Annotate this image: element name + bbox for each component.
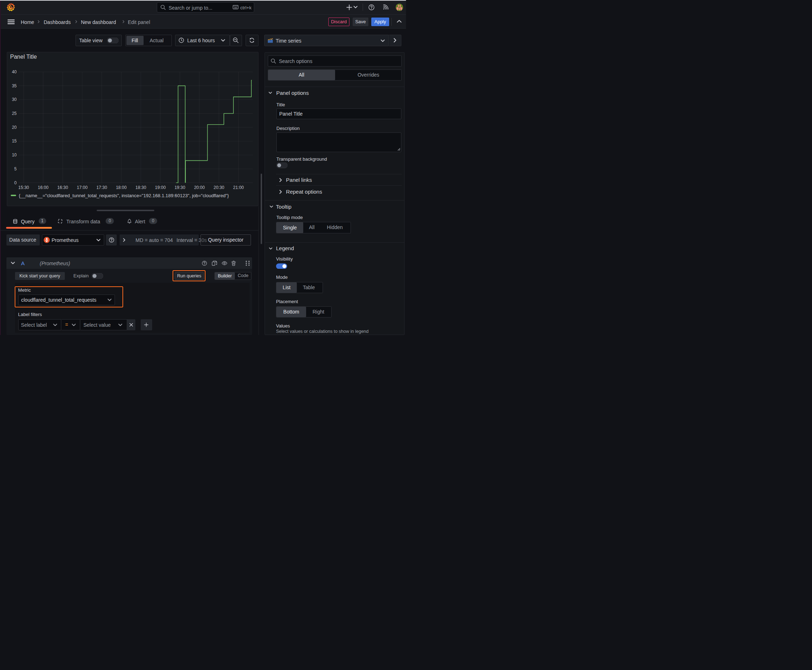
- svg-text:20:30: 20:30: [214, 185, 224, 190]
- svg-text:21:00: 21:00: [233, 185, 244, 190]
- svg-text:16:00: 16:00: [37, 185, 48, 190]
- svg-text:17:30: 17:30: [96, 185, 107, 190]
- svg-text:18:00: 18:00: [116, 185, 127, 190]
- svg-text:18:30: 18:30: [135, 185, 146, 190]
- svg-text:5: 5: [14, 166, 17, 171]
- svg-text:40: 40: [12, 69, 17, 74]
- svg-text:20: 20: [12, 125, 17, 130]
- svg-text:30: 30: [12, 97, 17, 102]
- svg-text:0: 0: [14, 180, 17, 185]
- svg-text:19:00: 19:00: [155, 185, 166, 190]
- svg-text:17:00: 17:00: [77, 185, 88, 190]
- svg-text:10: 10: [12, 152, 17, 157]
- svg-text:16:30: 16:30: [57, 185, 68, 190]
- svg-text:35: 35: [12, 83, 17, 88]
- svg-text:25: 25: [12, 111, 17, 116]
- svg-text:20:00: 20:00: [194, 185, 205, 190]
- svg-text:19:30: 19:30: [175, 185, 185, 190]
- svg-text:15:30: 15:30: [18, 185, 29, 190]
- svg-text:15: 15: [12, 139, 17, 144]
